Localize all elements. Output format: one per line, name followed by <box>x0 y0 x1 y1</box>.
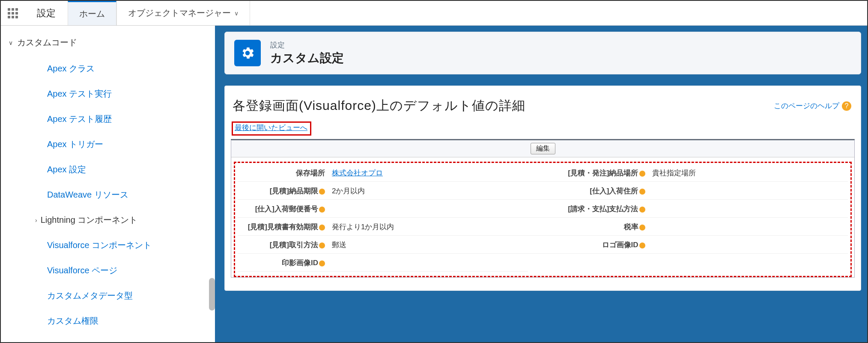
field-value: 発行より1か月以内 <box>328 219 528 236</box>
field-value <box>648 219 848 236</box>
back-to-view-link[interactable]: 最後に開いたビューへ <box>235 124 307 132</box>
field-label: [仕入]入荷郵便番号 <box>238 201 328 218</box>
tree-item[interactable]: DataWeave リソース <box>1 182 215 207</box>
tree-item[interactable]: Apex 設定 <box>1 157 215 182</box>
help-icon[interactable] <box>319 189 325 195</box>
tree-item[interactable]: Visualforce ページ <box>1 258 215 283</box>
setup-label: 設定 <box>25 1 68 25</box>
tree-item[interactable]: カスタム権限 <box>1 308 215 334</box>
app-launcher-icon[interactable] <box>1 1 25 25</box>
field-label: 税率 <box>528 219 648 236</box>
tree-item[interactable]: Visualforce コンポーネント <box>1 233 215 258</box>
help-icon[interactable] <box>639 225 645 231</box>
field-label: 保存場所 <box>238 165 328 182</box>
tree-item[interactable]: カスタムメタデータ型 <box>1 283 215 308</box>
field-value <box>648 254 848 272</box>
help-icon[interactable] <box>319 225 325 231</box>
tab-object-manager[interactable]: オブジェクトマネージャー ∨ <box>116 1 250 25</box>
button-row: 編集 <box>231 140 854 157</box>
sidebar: ∨ カスタムコード Apex クラス Apex テスト実行 Apex テスト履歴… <box>1 26 215 342</box>
org-link[interactable]: 株式会社オプロ <box>332 169 383 177</box>
field-label: [請求・支払]支払方法 <box>528 201 648 218</box>
main-pane: 設定 カスタム設定 各登録画面(Visualforce)上のデフォルト値の詳細 … <box>215 26 867 342</box>
help-icon[interactable] <box>639 171 645 177</box>
field-value <box>648 201 848 218</box>
highlight-box: 最後に開いたビューへ <box>232 121 311 136</box>
header-card: 設定 カスタム設定 <box>224 32 861 74</box>
field-label: [見積]取引方法 <box>238 237 328 254</box>
header-big: カスタム設定 <box>270 50 344 66</box>
help-icon[interactable] <box>639 242 645 248</box>
scrollbar-thumb[interactable] <box>209 278 215 310</box>
field-value <box>648 183 848 200</box>
detail-block: 編集 保存場所 株式会社オプロ [見積・発注]納品場所 貴社指定場所 [見積]納… <box>231 139 855 278</box>
tree-subparent-lightning[interactable]: › Lightning コンポーネント <box>1 207 215 233</box>
help-icon[interactable] <box>319 207 325 213</box>
tab-object-manager-label: オブジェクトマネージャー <box>128 7 231 19</box>
field-label: [仕入]入荷住所 <box>528 183 648 200</box>
top-nav: 設定 ホーム オブジェクトマネージャー ∨ <box>1 1 867 26</box>
field-label: [見積]納品期限 <box>238 183 328 200</box>
chevron-down-icon: ∨ <box>9 39 13 46</box>
content-card: 各登録画面(Visualforce)上のデフォルト値の詳細 このページのヘルプ … <box>224 86 861 291</box>
tab-home[interactable]: ホーム <box>68 0 116 25</box>
field-value <box>648 237 848 254</box>
field-value: 郵送 <box>328 237 528 254</box>
field-value: 株式会社オプロ <box>328 165 528 182</box>
gear-icon <box>234 40 261 66</box>
field-value <box>328 254 528 272</box>
tree-item[interactable]: Apex テスト実行 <box>1 81 215 106</box>
help-link[interactable]: このページのヘルプ ? <box>774 101 851 111</box>
field-value <box>328 201 528 218</box>
field-label: 印影画像ID <box>238 254 328 272</box>
help-icon: ? <box>842 101 851 111</box>
help-icon[interactable] <box>639 207 645 213</box>
field-label <box>528 254 648 272</box>
field-label: [見積・発注]納品場所 <box>528 165 648 182</box>
page-title: 各登録画面(Visualforce)上のデフォルト値の詳細 <box>233 97 525 115</box>
header-small: 設定 <box>270 40 344 50</box>
chevron-down-icon: ∨ <box>234 10 239 17</box>
help-link-label: このページのヘルプ <box>774 101 839 111</box>
edit-button[interactable]: 編集 <box>531 143 555 154</box>
field-value: 2か月以内 <box>328 183 528 200</box>
highlight-dashed-box: 保存場所 株式会社オプロ [見積・発注]納品場所 貴社指定場所 [見積]納品期限… <box>234 162 852 277</box>
field-grid: 保存場所 株式会社オプロ [見積・発注]納品場所 貴社指定場所 [見積]納品期限… <box>238 165 848 272</box>
tree-item[interactable]: Apex テスト履歴 <box>1 106 215 132</box>
tree-parent-custom-code[interactable]: ∨ カスタムコード <box>1 34 215 56</box>
help-icon[interactable] <box>319 260 325 266</box>
help-icon[interactable] <box>319 242 325 248</box>
help-icon[interactable] <box>639 189 645 195</box>
chevron-right-icon: › <box>35 217 37 224</box>
tree-item[interactable]: Apex クラス <box>1 56 215 81</box>
tree-item[interactable]: Apex トリガー <box>1 132 215 157</box>
field-label: [見積]見積書有効期限 <box>238 219 328 236</box>
tree-subparent-label: Lightning コンポーネント <box>41 214 138 226</box>
field-label: ロゴ画像ID <box>528 237 648 254</box>
field-value: 貴社指定場所 <box>648 165 848 182</box>
tree-parent-label: カスタムコード <box>17 37 77 48</box>
